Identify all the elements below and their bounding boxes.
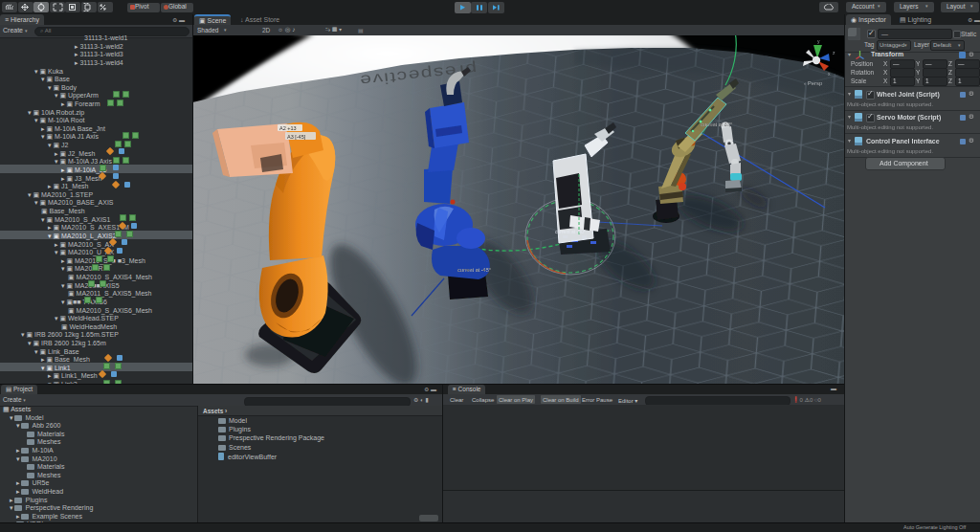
svg-text:current at -45°: current at -45° xyxy=(457,267,491,273)
svg-text:A2 +13: A2 +13 xyxy=(279,125,297,131)
svg-text:‹ Persp: ‹ Persp xyxy=(804,80,823,86)
svg-text:current at -90°: current at -90° xyxy=(555,229,586,234)
svg-text:current at 82°: current at 82° xyxy=(701,122,732,127)
svg-text:A3 [-45]: A3 [-45] xyxy=(287,134,306,140)
